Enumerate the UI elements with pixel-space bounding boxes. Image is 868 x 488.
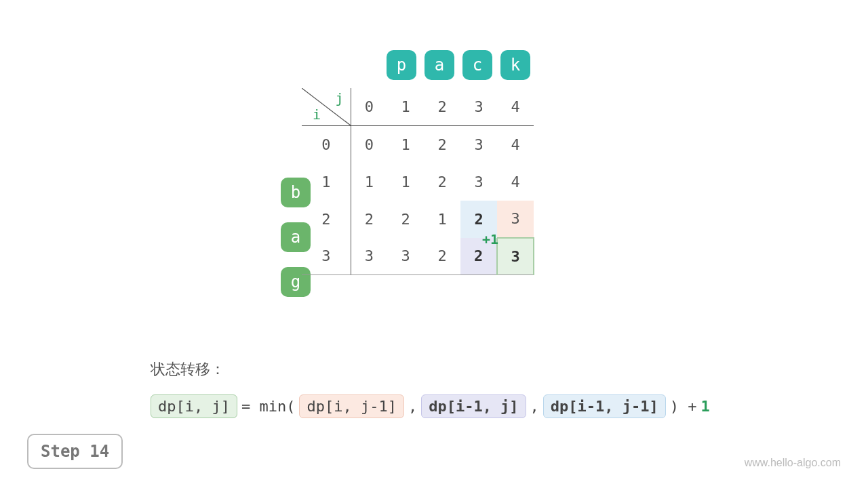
formula-label: 状态转移： <box>151 359 710 380</box>
dp-cell: 3 <box>460 163 497 201</box>
table-header-row: i j 0 1 2 3 4 <box>302 88 534 125</box>
dp-cell: 1 <box>424 201 460 238</box>
j-axis-label: j <box>335 90 343 106</box>
table-row: 001234 <box>302 126 534 163</box>
formula-text: ) + <box>670 398 697 415</box>
table-row: 22212+13 <box>302 201 534 238</box>
dp-cell: 4 <box>497 163 534 201</box>
ij-corner-cell: i j <box>302 88 351 125</box>
j-header: 0 <box>351 88 387 125</box>
dp-cell: 2 <box>351 201 387 238</box>
i-index: 2 <box>302 201 351 238</box>
formula-lhs: dp[i, j] <box>151 394 237 418</box>
dp-cell: 2 <box>387 201 424 238</box>
j-header: 3 <box>460 88 497 125</box>
formula-text: , <box>408 398 417 415</box>
j-header: 4 <box>497 88 534 125</box>
increment-label: +1 <box>482 231 498 247</box>
i-axis-label: i <box>313 106 321 123</box>
step-indicator: Step 14 <box>27 434 123 469</box>
formula-text: , <box>530 398 539 415</box>
dp-cell: 3 <box>351 238 387 275</box>
dp-cell: 2 <box>424 163 460 201</box>
dp-table: i j 0 1 2 3 4 00123411123422212+13333223 <box>302 88 534 275</box>
target-letter: c <box>462 50 492 80</box>
transition-formula: dp[i, j] = min( dp[i, j-1] , dp[i-1, j] … <box>151 394 710 418</box>
dp-cell: 4 <box>497 126 534 163</box>
formula-term-diag: dp[i-1, j-1] <box>543 394 666 418</box>
formula-term-left: dp[i, j-1] <box>299 394 403 418</box>
j-header: 2 <box>424 88 460 125</box>
formula-text: = min( <box>241 398 295 415</box>
formula-section: 状态转移： dp[i, j] = min( dp[i, j-1] , dp[i-… <box>151 359 710 418</box>
table-row: 333223 <box>302 238 534 275</box>
target-string-letters: p a c k <box>387 50 530 80</box>
target-letter: k <box>500 50 530 80</box>
dp-cell: 1 <box>387 163 424 201</box>
i-index: 3 <box>302 238 351 275</box>
dp-cell: 3 <box>387 238 424 275</box>
watermark: www.hello-algo.com <box>745 457 841 469</box>
dp-cell: 1 <box>387 126 424 163</box>
dp-cell: 3 <box>460 126 497 163</box>
dp-cell: 2 <box>424 126 460 163</box>
dp-cell: 1 <box>351 163 387 201</box>
i-index: 0 <box>302 126 351 163</box>
dp-cell: 3 <box>497 238 534 275</box>
j-header: 1 <box>387 88 424 125</box>
formula-term-up: dp[i-1, j] <box>421 394 526 418</box>
target-letter: p <box>387 50 416 80</box>
dp-cell: 2 <box>424 238 460 275</box>
formula-plus-one: 1 <box>701 398 710 415</box>
dp-cell: 0 <box>351 126 387 163</box>
table-row: 111234 <box>302 163 534 201</box>
target-letter: a <box>425 50 454 80</box>
i-index: 1 <box>302 163 351 201</box>
dp-cell: 3 <box>497 201 534 238</box>
dp-cell: 2+1 <box>460 201 497 238</box>
